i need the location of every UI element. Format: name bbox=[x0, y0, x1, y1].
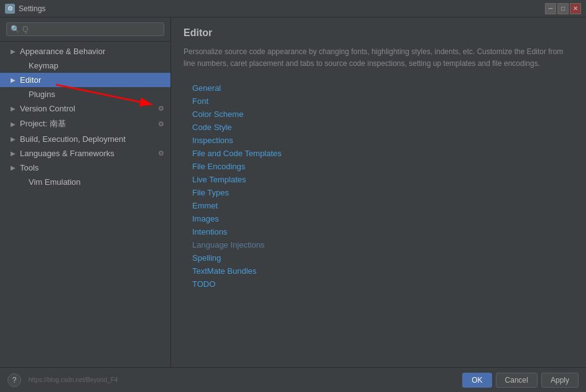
sidebar-item-label: Tools bbox=[20, 163, 39, 172]
panel-link-font[interactable]: Font bbox=[192, 95, 574, 107]
content-panel: Editor Personalize source code appearanc… bbox=[171, 17, 586, 367]
sidebar-item-project[interactable]: ▶ Project: 南基 ⚙ bbox=[0, 116, 170, 132]
arrow-icon: ▶ bbox=[9, 77, 17, 83]
panel-link-live-templates[interactable]: Live Templates bbox=[192, 174, 574, 185]
panel-link-file-types[interactable]: File Types bbox=[192, 187, 574, 198]
minimize-button[interactable]: ─ bbox=[545, 3, 556, 14]
apply-button[interactable]: Apply bbox=[541, 373, 579, 388]
panel-link-spelling[interactable]: Spelling bbox=[192, 252, 574, 264]
help-button[interactable]: ? bbox=[7, 373, 21, 387]
search-bar: 🔍 bbox=[0, 17, 170, 42]
panel-link-general[interactable]: General bbox=[192, 82, 574, 94]
panel-link-images[interactable]: Images bbox=[192, 213, 574, 225]
sidebar-item-label: Appearance & Behavior bbox=[20, 47, 105, 56]
sidebar-item-label: Vim Emulation bbox=[29, 177, 81, 187]
main-content: 🔍 ▶ Appearance & Behavior Keymap ▶ Edito… bbox=[0, 17, 586, 367]
arrow-icon: ▶ bbox=[9, 164, 17, 171]
panel-link-language-injections[interactable]: Language Injections bbox=[192, 239, 574, 251]
search-input[interactable] bbox=[22, 25, 160, 34]
sidebar-item-appearance[interactable]: ▶ Appearance & Behavior bbox=[0, 44, 170, 58]
sidebar-item-label: Project: 南基 bbox=[20, 118, 66, 129]
title-bar: ⚙ Settings ─ □ ✕ bbox=[0, 0, 586, 17]
panel-link-color-scheme[interactable]: Color Scheme bbox=[192, 108, 574, 120]
sidebar-item-languages[interactable]: ▶ Languages & Frameworks ⚙ bbox=[0, 146, 170, 161]
arrow-icon: ▶ bbox=[9, 121, 17, 128]
sidebar-item-plugins[interactable]: Plugins bbox=[0, 87, 170, 101]
search-wrapper[interactable]: 🔍 bbox=[6, 22, 164, 36]
sidebar-item-version-control[interactable]: ▶ Version Control ⚙ bbox=[0, 101, 170, 116]
panel-title: Editor bbox=[184, 27, 574, 39]
sidebar-item-label: Editor bbox=[20, 75, 41, 85]
ok-button[interactable]: OK bbox=[462, 373, 491, 388]
panel-link-code-style[interactable]: Code Style bbox=[192, 121, 574, 133]
arrow-icon: ▶ bbox=[9, 48, 17, 55]
arrow-icon: ▶ bbox=[9, 105, 17, 112]
sidebar-item-label: Keymap bbox=[29, 61, 58, 70]
arrow-icon: ▶ bbox=[9, 136, 17, 142]
panel-links: GeneralFontColor SchemeCode StyleInspect… bbox=[184, 82, 574, 290]
nav-tree: ▶ Appearance & Behavior Keymap ▶ Editor … bbox=[0, 42, 170, 367]
sidebar-item-editor[interactable]: ▶ Editor bbox=[0, 73, 170, 87]
panel-description: Personalize source code appearance by ch… bbox=[184, 46, 574, 70]
sidebar-item-keymap[interactable]: Keymap bbox=[0, 58, 170, 73]
cancel-button[interactable]: Cancel bbox=[496, 373, 537, 388]
watermark: https://blog.csdn.net/Beyond_F4 bbox=[29, 376, 118, 383]
sidebar-item-label: Build, Execution, Deployment bbox=[20, 134, 126, 144]
close-button[interactable]: ✕ bbox=[570, 3, 581, 14]
window-controls: ─ □ ✕ bbox=[545, 3, 581, 14]
panel-link-emmet[interactable]: Emmet bbox=[192, 200, 574, 212]
arrow-spacer bbox=[17, 91, 26, 98]
window-title: Settings bbox=[19, 4, 45, 13]
sidebar-item-build[interactable]: ▶ Build, Execution, Deployment bbox=[0, 132, 170, 146]
panel-link-todo[interactable]: TODO bbox=[192, 278, 574, 290]
panel-link-file-encodings[interactable]: File Encodings bbox=[192, 161, 574, 172]
sidebar-item-label: Version Control bbox=[20, 104, 75, 113]
settings-icon: ⚙ bbox=[158, 105, 164, 113]
sidebar-item-vim[interactable]: Vim Emulation bbox=[0, 175, 170, 189]
bottom-bar: ? https://blog.csdn.net/Beyond_F4 OK Can… bbox=[0, 367, 586, 392]
panel-link-intentions[interactable]: Intentions bbox=[192, 226, 574, 238]
search-icon: 🔍 bbox=[11, 25, 20, 34]
sidebar-item-label: Languages & Frameworks bbox=[20, 149, 114, 158]
settings-icon: ⚙ bbox=[158, 149, 164, 157]
sidebar-item-label: Plugins bbox=[29, 90, 55, 99]
sidebar: 🔍 ▶ Appearance & Behavior Keymap ▶ Edito… bbox=[0, 17, 171, 367]
arrow-spacer bbox=[17, 62, 26, 69]
settings-icon: ⚙ bbox=[158, 120, 164, 128]
panel-link-textmate-bundles[interactable]: TextMate Bundles bbox=[192, 265, 574, 277]
panel-link-file-code-templates[interactable]: File and Code Templates bbox=[192, 147, 574, 159]
arrow-icon: ▶ bbox=[9, 150, 17, 157]
window-icon: ⚙ bbox=[5, 4, 15, 14]
sidebar-item-tools[interactable]: ▶ Tools bbox=[0, 161, 170, 175]
bottom-buttons: OK Cancel Apply bbox=[462, 373, 579, 388]
panel-link-inspections[interactable]: Inspections bbox=[192, 134, 574, 146]
arrow-spacer bbox=[17, 179, 26, 185]
maximize-button[interactable]: □ bbox=[557, 3, 569, 14]
